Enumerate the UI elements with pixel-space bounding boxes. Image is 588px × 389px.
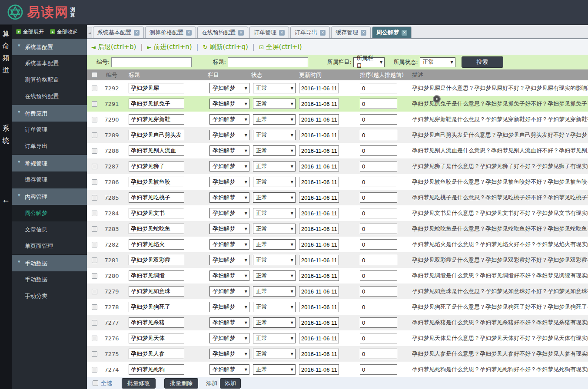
row-title-input[interactable] (129, 177, 184, 187)
row-checkbox[interactable] (92, 304, 97, 310)
sidebar-group-系统基配置[interactable]: ▾系统基配置 (12, 38, 87, 55)
sidebar-collapse-arrow-icon[interactable]: ← (0, 197, 12, 205)
row-sort-input[interactable] (360, 130, 397, 140)
row-title-input[interactable] (129, 83, 184, 93)
row-sort-input[interactable] (360, 161, 397, 171)
column-filter-select[interactable]: 所属栏目▼ (353, 57, 385, 67)
sidebar-item-文章信息[interactable]: 文章信息 (12, 221, 87, 238)
row-sort-input[interactable] (360, 208, 397, 218)
row-sort-input[interactable] (360, 145, 397, 156)
sidebar-item-订单导出[interactable]: 订单导出 (12, 138, 87, 155)
row-status-select[interactable]: 正常▼ (253, 177, 296, 187)
row-title-input[interactable] (129, 364, 184, 375)
tab-缓存管理[interactable]: 缓存管理✕ (331, 26, 371, 38)
row-updated-input[interactable] (299, 130, 339, 140)
row-status-select[interactable]: 正常▼ (253, 270, 296, 281)
row-column-select[interactable]: 孕妇解梦▼ (209, 145, 249, 156)
select-all-link[interactable]: 全选 (101, 379, 112, 387)
row-column-select[interactable]: 孕妇解梦▼ (209, 83, 249, 93)
row-status-select[interactable]: 正常▼ (253, 208, 296, 218)
tab-close-icon[interactable]: ✕ (238, 30, 244, 36)
collapse-all-button[interactable]: ▴ 全部收起 (50, 28, 78, 36)
add-button[interactable]: 添加 (220, 378, 241, 389)
row-sort-input[interactable] (360, 333, 397, 343)
row-title-input[interactable] (129, 317, 184, 328)
row-updated-input[interactable] (299, 83, 339, 93)
row-updated-input[interactable] (299, 255, 339, 265)
row-title-input[interactable] (129, 208, 184, 218)
tab-订单导出[interactable]: 订单导出✕ (290, 26, 330, 38)
sidebar-item-手动分类[interactable]: 手动分类 (12, 288, 87, 304)
vertical-tab-system[interactable]: 系统 (0, 122, 12, 147)
row-column-select[interactable]: 孕妇解梦▼ (209, 333, 249, 343)
tab-close-icon[interactable]: ✕ (320, 30, 326, 36)
row-status-select[interactable]: 正常▼ (253, 224, 296, 234)
row-checkbox[interactable] (92, 132, 97, 138)
row-status-select[interactable]: 正常▼ (253, 349, 296, 359)
row-checkbox[interactable] (92, 367, 97, 373)
row-column-select[interactable]: 孕妇解梦▼ (209, 224, 249, 234)
row-column-select[interactable]: 孕妇解梦▼ (209, 270, 249, 281)
row-checkbox[interactable] (92, 320, 97, 326)
row-checkbox[interactable] (92, 242, 97, 247)
title-filter-input[interactable] (228, 57, 308, 67)
toolbar-refresh-link[interactable]: ↻刷新(ctrl+q) (203, 43, 248, 51)
row-checkbox[interactable] (92, 257, 97, 263)
row-column-select[interactable]: 孕妇解梦▼ (209, 364, 249, 375)
row-title-input[interactable] (129, 270, 184, 281)
row-column-select[interactable]: 孕妇解梦▼ (209, 255, 249, 265)
row-title-input[interactable] (129, 255, 184, 265)
tab-scroll-left-icon[interactable]: ◄ (87, 27, 92, 38)
row-checkbox[interactable] (92, 195, 97, 201)
row-column-select[interactable]: 孕妇解梦▼ (209, 239, 249, 250)
sidebar-item-测算价格配置[interactable]: 测算价格配置 (12, 72, 87, 88)
row-status-select[interactable]: 正常▼ (253, 364, 296, 375)
row-checkbox[interactable] (92, 101, 97, 107)
row-updated-input[interactable] (299, 239, 339, 250)
sidebar-group-付费应用[interactable]: ▾付费应用 (12, 105, 87, 122)
row-sort-input[interactable] (360, 270, 397, 281)
row-title-input[interactable] (129, 239, 184, 250)
row-sort-input[interactable] (360, 99, 397, 109)
sidebar-item-周公解梦[interactable]: 周公解梦 (12, 205, 87, 221)
row-updated-input[interactable] (299, 270, 339, 281)
row-sort-input[interactable] (360, 349, 397, 359)
row-title-input[interactable] (129, 145, 184, 156)
row-checkbox[interactable] (92, 86, 97, 91)
row-updated-input[interactable] (299, 302, 339, 312)
row-updated-input[interactable] (299, 192, 339, 203)
sidebar-group-内容管理[interactable]: ▾内容管理 (12, 188, 87, 205)
row-updated-input[interactable] (299, 364, 339, 375)
row-updated-input[interactable] (299, 145, 339, 156)
row-sort-input[interactable] (360, 239, 397, 250)
row-checkbox[interactable] (92, 226, 97, 232)
row-updated-input[interactable] (299, 317, 339, 328)
tab-close-icon[interactable]: ✕ (361, 30, 366, 36)
tab-close-icon[interactable]: ✕ (279, 30, 285, 36)
tab-订单管理[interactable]: 订单管理✕ (249, 26, 289, 38)
tab-close-icon[interactable]: ✕ (402, 30, 407, 36)
row-sort-input[interactable] (360, 177, 397, 187)
row-status-select[interactable]: 正常▼ (253, 286, 296, 297)
row-checkbox[interactable] (92, 211, 97, 216)
toolbar-back-arrow-link[interactable]: ◄后退(ctrl+b) (91, 43, 136, 51)
row-title-input[interactable] (129, 114, 184, 125)
row-updated-input[interactable] (299, 208, 339, 218)
row-sort-input[interactable] (360, 364, 397, 375)
row-title-input[interactable] (129, 161, 184, 171)
sidebar-group-常规管理[interactable]: ▾常规管理 (12, 155, 87, 171)
row-title-input[interactable] (129, 192, 184, 203)
row-status-select[interactable]: 正常▼ (253, 255, 296, 265)
row-checkbox[interactable] (92, 164, 97, 169)
row-updated-input[interactable] (299, 224, 339, 234)
row-column-select[interactable]: 孕妇解梦▼ (209, 286, 249, 297)
expand-all-button[interactable]: ▾ 全部展开 (16, 28, 44, 36)
row-sort-input[interactable] (360, 114, 397, 125)
select-all-header-checkbox[interactable] (92, 72, 97, 78)
toolbar-forward-arrow-link[interactable]: ►前进(ctrl+n) (147, 43, 192, 51)
tab-在线预约配置[interactable]: 在线预约配置✕ (197, 26, 248, 38)
sidebar-group-手动数据[interactable]: ▾手动数据 (12, 254, 87, 271)
row-updated-input[interactable] (299, 349, 339, 359)
row-status-select[interactable]: 正常▼ (253, 99, 296, 109)
row-title-input[interactable] (129, 99, 184, 109)
